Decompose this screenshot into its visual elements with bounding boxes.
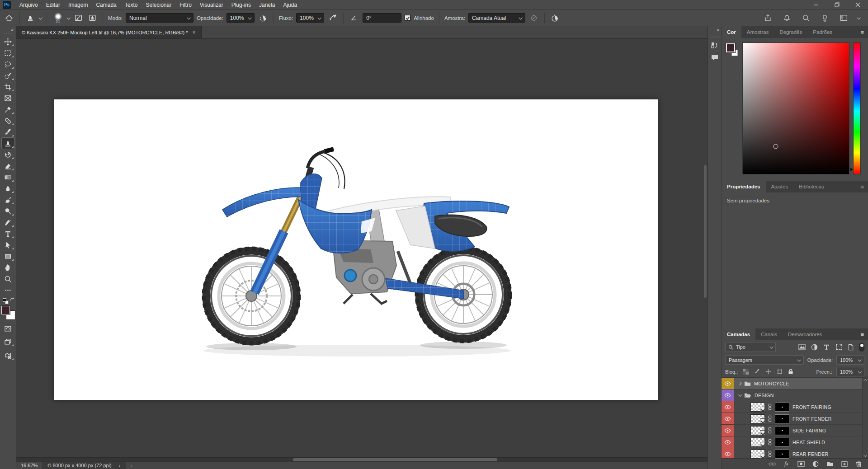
mask-link-icon[interactable] xyxy=(768,427,772,434)
brush-settings-panel-icon[interactable] xyxy=(73,13,84,23)
tool-preset-chevron[interactable] xyxy=(38,16,42,19)
layer-thumbnail[interactable] xyxy=(750,426,765,435)
menu-texto[interactable]: Texto xyxy=(121,2,142,8)
pressure-size-icon[interactable] xyxy=(550,13,561,23)
lock-pixels-icon[interactable] xyxy=(753,368,760,375)
layer-mask-thumbnail[interactable] xyxy=(775,403,789,412)
horizontal-scrollbar[interactable] xyxy=(16,457,708,461)
history-brush-tool[interactable] xyxy=(2,149,14,160)
blend-mode-select[interactable]: Normal xyxy=(126,13,193,23)
canvas-pasteboard[interactable] xyxy=(16,39,708,457)
filtering-toggle[interactable] xyxy=(859,343,864,352)
layer-thumbnail[interactable] xyxy=(750,450,765,459)
path-selection-tool[interactable] xyxy=(2,239,14,250)
close-button[interactable] xyxy=(847,0,868,10)
layer-blend-mode-select[interactable]: Passagem xyxy=(725,355,804,365)
layer-opacity-select[interactable]: 100% xyxy=(836,355,864,365)
layer-row-side-fairing[interactable]: SIDE FAIRING xyxy=(722,425,862,436)
comments-panel-icon[interactable] xyxy=(711,54,719,62)
tab-padroes[interactable]: Padrões xyxy=(807,26,838,38)
minimize-button[interactable] xyxy=(806,0,826,10)
add-layer-mask-icon[interactable] xyxy=(797,460,805,468)
menu-plugins[interactable]: Plug-ins xyxy=(227,2,255,8)
opacity-select[interactable]: 100% xyxy=(226,13,255,23)
discover-lightbulb-icon[interactable] xyxy=(819,13,830,23)
gradient-tool[interactable] xyxy=(2,172,14,183)
move-tool[interactable] xyxy=(2,36,14,47)
visibility-eye-icon[interactable] xyxy=(722,401,734,413)
menu-ajuda[interactable]: Ajuda xyxy=(279,2,301,8)
layer-thumbnail[interactable] xyxy=(750,403,765,412)
saturation-brightness-field[interactable] xyxy=(742,42,849,174)
menu-arquivo[interactable]: Arquivo xyxy=(15,2,42,8)
menu-filtro[interactable]: Filtro xyxy=(175,2,196,8)
dodge-tool[interactable] xyxy=(2,206,14,216)
eyedropper-tool[interactable] xyxy=(2,104,14,115)
frame-tool[interactable] xyxy=(2,93,14,103)
tab-canais[interactable]: Canais xyxy=(755,328,783,340)
share-icon[interactable] xyxy=(762,13,773,23)
layer-row-motorcycle[interactable]: MOTORCYCLE xyxy=(722,378,862,389)
scroll-up-icon[interactable] xyxy=(863,379,867,383)
tab-camadas[interactable]: Camadas xyxy=(722,328,755,340)
panel-foreground-swatch[interactable] xyxy=(726,43,735,52)
device-preview-icon[interactable] xyxy=(2,350,14,361)
toolbar-grip[interactable] xyxy=(4,33,12,34)
group-expand-icon[interactable] xyxy=(738,381,741,385)
workspace-switcher-icon[interactable] xyxy=(838,13,849,23)
brush-tool[interactable] xyxy=(2,127,14,137)
workspace-chevron[interactable] xyxy=(857,16,860,19)
link-layers-icon[interactable] xyxy=(768,460,776,468)
mask-link-icon[interactable] xyxy=(768,403,772,410)
filter-adjustment-layers-icon[interactable] xyxy=(810,343,818,351)
brush-preset-picker[interactable]: 21 xyxy=(52,13,64,23)
search-icon[interactable] xyxy=(800,13,811,23)
color-field-cursor[interactable] xyxy=(773,144,778,149)
layer-thumbnail[interactable] xyxy=(750,438,765,447)
tab-close-icon[interactable]: × xyxy=(193,29,196,36)
new-layer-icon[interactable] xyxy=(840,460,848,468)
menu-editar[interactable]: Editar xyxy=(42,2,64,8)
visibility-eye-icon[interactable] xyxy=(722,425,734,436)
angle-input[interactable]: 0° xyxy=(363,13,401,23)
menu-visualizar[interactable]: Visualizar xyxy=(196,2,227,8)
tab-amostras[interactable]: Amostras xyxy=(741,26,774,38)
tab-demarcadores[interactable]: Demarcadores xyxy=(783,328,827,340)
pen-tool[interactable] xyxy=(2,217,14,228)
smudge-tool[interactable] xyxy=(2,194,14,205)
layer-row-front-fairing[interactable]: FRONT FAIRING xyxy=(722,401,862,413)
flow-select[interactable]: 100% xyxy=(296,13,324,23)
panel-grip[interactable] xyxy=(711,37,719,38)
healing-brush-tool[interactable] xyxy=(2,115,14,126)
notifications-bell-icon[interactable] xyxy=(781,13,792,23)
sample-select[interactable]: Camada Atual xyxy=(468,13,525,23)
zoom-tool[interactable] xyxy=(2,273,14,284)
layer-row-design[interactable]: DESIGN xyxy=(722,389,862,401)
tab-bibliotecas[interactable]: Bibliotecas xyxy=(793,181,830,192)
airbrush-icon[interactable] xyxy=(327,13,338,23)
layer-row-heat-shield[interactable]: HEAT SHIELD xyxy=(722,436,862,448)
foreground-color-swatch[interactable] xyxy=(1,306,10,314)
vertical-scrollbar-thumb[interactable] xyxy=(704,165,707,298)
visibility-eye-icon[interactable] xyxy=(722,436,734,448)
filter-pixel-layers-icon[interactable] xyxy=(798,343,806,351)
document-tab[interactable]: © Kawasaki KX 250F Mockup Left.tif @ 16,… xyxy=(16,26,202,38)
clone-source-panel-icon[interactable] xyxy=(87,13,98,23)
menu-selecionar[interactable]: Selecionar xyxy=(142,2,175,8)
filter-smart-objects-icon[interactable] xyxy=(847,343,855,351)
new-adjustment-layer-icon[interactable] xyxy=(811,460,819,468)
mask-link-icon[interactable] xyxy=(768,415,772,422)
group-collapse-icon[interactable] xyxy=(738,393,742,396)
lock-artboard-icon[interactable] xyxy=(776,368,783,375)
menu-imagem[interactable]: Imagem xyxy=(64,2,92,8)
eraser-tool[interactable] xyxy=(2,160,14,171)
crop-tool[interactable] xyxy=(2,81,14,92)
visibility-eye-icon[interactable] xyxy=(722,413,734,424)
panel-menu-icon[interactable]: ≡ xyxy=(860,29,864,36)
ignore-adjustment-layers-icon[interactable] xyxy=(528,13,539,23)
brush-picker-chevron[interactable] xyxy=(66,16,70,19)
status-chevron-right-icon[interactable]: › xyxy=(119,463,121,468)
lock-all-icon[interactable] xyxy=(787,368,794,375)
history-panel-icon[interactable] xyxy=(711,42,719,50)
status-chevron-left-icon[interactable]: ‹ xyxy=(130,463,132,468)
